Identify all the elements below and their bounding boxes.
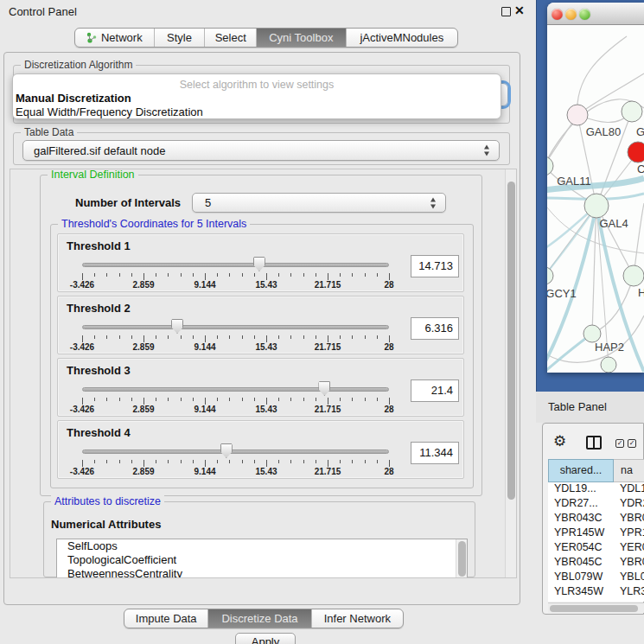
gear-icon[interactable]: ⚙ <box>553 432 566 450</box>
threshold-slider[interactable] <box>82 379 389 397</box>
network-node[interactable] <box>623 265 644 286</box>
scrollbar-thumb[interactable] <box>458 541 466 577</box>
group-title: Threshold's Coordinates for 5 Intervals <box>58 218 250 230</box>
slider-thumb[interactable] <box>318 381 330 396</box>
tab-style[interactable]: Style <box>154 29 205 47</box>
list-scrollbar[interactable] <box>456 539 467 577</box>
close-traffic-light[interactable] <box>552 9 563 20</box>
zoom-traffic-light[interactable] <box>579 9 590 20</box>
slider-track[interactable] <box>82 387 389 392</box>
tab-label: Impute Data <box>136 612 197 625</box>
threshold-value-field[interactable]: 14.713 <box>411 255 459 277</box>
attributes-to-discretize-group: Attributes to discretize Numerical Attri… <box>43 501 475 577</box>
cell-name: YDL19 <box>614 482 644 497</box>
table-header-row: shared... na <box>548 459 644 482</box>
threshold-panel: Threshold 1-3.4262.8599.14415.4321.71528… <box>57 233 464 292</box>
number-of-intervals-spinner[interactable]: 5 <box>192 193 446 213</box>
apply-button[interactable]: Apply <box>235 633 296 644</box>
table-row[interactable]: YER054CYER05 <box>548 541 644 556</box>
numerical-attributes-label: Numerical Attributes <box>51 518 161 531</box>
network-node[interactable] <box>547 156 553 175</box>
tab-impute-data[interactable]: Impute Data <box>124 609 207 628</box>
node-label: GA <box>636 125 644 138</box>
column-checkbox-icon[interactable]: ✓ <box>628 439 636 448</box>
threshold-slider[interactable] <box>82 255 389 272</box>
column-checkbox-icon[interactable]: ✓ <box>615 439 624 448</box>
attribute-list-item[interactable]: SelfLoops <box>57 539 467 553</box>
scrollbar-thumb[interactable] <box>550 605 638 612</box>
tab-cyni-toolbox[interactable]: Cyni Toolbox <box>256 29 346 47</box>
network-node[interactable] <box>567 105 588 125</box>
slider-track[interactable] <box>82 450 389 454</box>
tab-label: Style <box>167 31 192 44</box>
group-title: Attributes to discretize <box>51 495 164 507</box>
table-row[interactable]: YPR145WYPR14 <box>548 526 644 541</box>
table-row[interactable]: YBL079WYBL07 <box>548 571 644 585</box>
cell-name: YPR14 <box>614 526 644 541</box>
tick-label: -3.426 <box>70 342 94 352</box>
slider-track[interactable] <box>82 263 389 267</box>
slider-thumb[interactable] <box>220 443 233 458</box>
spinner-stepper-icon <box>430 197 437 208</box>
table-row[interactable]: YBR043CYBR04 <box>548 512 644 526</box>
slider-thumb[interactable] <box>253 257 265 271</box>
control-panel-tabs: Network Style Select Cyni Toolbox jActiv… <box>74 28 458 48</box>
cell-shared-name: YBL079W <box>548 571 614 585</box>
dropdown-option-equal-width-frequency[interactable]: Equal Width/Frequency Discretization <box>13 105 501 119</box>
tick-label: 15.43 <box>255 405 277 414</box>
minimize-traffic-light[interactable] <box>565 9 577 20</box>
cell-name: YIL05 <box>614 600 644 602</box>
network-node[interactable] <box>628 142 644 163</box>
column-header-name[interactable]: na <box>614 459 644 482</box>
slider-thumb[interactable] <box>171 319 183 334</box>
tab-infer-network[interactable]: Infer Network <box>311 609 403 628</box>
table-data-combobox[interactable]: galFiltered.sif default node <box>22 140 500 161</box>
table-row[interactable]: YBR045CYBR04 <box>548 556 644 571</box>
threshold-value-field[interactable]: 6.316 <box>411 317 459 340</box>
table-row[interactable]: YIL052CYIL05 <box>548 600 644 602</box>
vertical-scrollbar[interactable] <box>505 169 516 577</box>
tick-label: 2.859 <box>132 467 154 476</box>
tick-label: -3.426 <box>70 405 94 414</box>
threshold-label: Threshold 2 <box>67 302 131 315</box>
attribute-list-item[interactable]: BetweennessCentrality <box>57 567 467 578</box>
threshold-slider[interactable] <box>82 442 389 459</box>
threshold-label: Threshold 1 <box>67 239 131 252</box>
close-icon[interactable]: ✕ <box>514 3 525 17</box>
threshold-value-field[interactable]: 21.4 <box>411 379 459 402</box>
cell-shared-name: YBR043C <box>548 512 614 526</box>
cell-shared-name: YPR145W <box>548 526 614 541</box>
tick-label: 21.715 <box>315 405 341 414</box>
split-columns-icon[interactable] <box>586 436 602 450</box>
tab-network[interactable]: Network <box>75 29 154 47</box>
slider-track[interactable] <box>82 325 389 329</box>
tab-discretize-data[interactable]: Discretize Data <box>207 609 310 628</box>
cell-name: YBR04 <box>614 556 644 571</box>
network-node[interactable] <box>622 101 642 122</box>
table-data-group: Table Data galFiltered.sif default node <box>13 132 510 165</box>
float-window-icon[interactable] <box>501 7 511 16</box>
threshold-value-field[interactable]: 11.344 <box>411 442 459 464</box>
horizontal-scrollbar[interactable] <box>548 603 644 613</box>
table-panel-title: Table Panel <box>548 400 607 413</box>
tick-label: 2.859 <box>132 280 154 290</box>
scrollbar-thumb[interactable] <box>507 182 515 500</box>
table-row[interactable]: YLR345WYLR34 <box>548 585 644 600</box>
network-node[interactable] <box>584 194 609 218</box>
network-node[interactable] <box>583 325 601 342</box>
tab-label: Infer Network <box>324 612 391 625</box>
network-node[interactable] <box>601 357 616 373</box>
attribute-list-item[interactable]: TopologicalCoefficient <box>57 553 467 567</box>
table-row[interactable]: YDL19...YDL19 <box>548 482 644 497</box>
column-header-shared-name[interactable]: shared... <box>548 459 614 482</box>
network-canvas[interactable]: GAL80GACGAL11GAL4GCY1HHAP2 <box>547 26 644 373</box>
network-window-titlebar[interactable] <box>547 3 644 25</box>
table-row[interactable]: YDR27...YDR27 <box>548 497 644 512</box>
threshold-slider[interactable] <box>82 317 389 335</box>
tab-jactivemnodules[interactable]: jActiveMNodules <box>346 29 457 47</box>
network-node[interactable] <box>547 267 553 284</box>
cyni-bottom-tabs: Impute Data Discretize Data Infer Networ… <box>124 609 404 628</box>
dropdown-option-manual-discretization[interactable]: Manual Discretization <box>13 92 501 105</box>
tick-label: 21.715 <box>315 467 341 476</box>
tab-select[interactable]: Select <box>204 29 256 47</box>
